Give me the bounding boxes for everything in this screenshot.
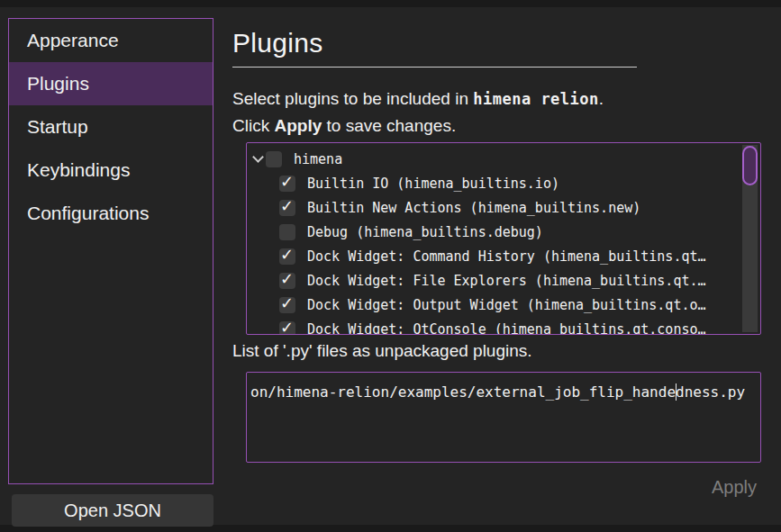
tree-item-label: Dock Widget: File Explorers (himena_buil…: [307, 273, 706, 289]
tree-item-label: Debug (himena_builtins.debug): [307, 224, 543, 240]
tree-item[interactable]: Builtin New Actions (himena_builtins.new…: [247, 195, 760, 220]
tree-item[interactable]: Dock Widget: File Explorers (himena_buil…: [247, 268, 760, 293]
tree-item[interactable]: Builtin IO (himena_builtins.io): [247, 171, 760, 195]
py-files-input[interactable]: on/himena-relion/examples/external_job_f…: [246, 372, 761, 463]
tree-item-label: himena: [294, 151, 342, 167]
tree-item-label: Dock Widget: QtConsole (himena_builtins.…: [307, 321, 706, 336]
checkbox-checked[interactable]: [279, 248, 295, 265]
tree-item-label: Dock Widget: Output Widget (himena_built…: [307, 297, 706, 313]
sidebar-item-startup[interactable]: Startup: [9, 105, 213, 149]
description-line2-suffix: to save changes.: [322, 116, 456, 135]
sidebar-item-apperance[interactable]: Apperance: [9, 19, 213, 62]
tree-item[interactable]: Debug (himena_builtins.debug): [247, 220, 760, 244]
checkbox-unchecked[interactable]: [266, 151, 282, 167]
page-title: Plugins: [232, 28, 637, 59]
checkbox-checked[interactable]: [279, 200, 295, 216]
sidebar-item-plugins[interactable]: Plugins: [9, 62, 213, 105]
description-line1-prefix: Select plugins to be included in: [232, 89, 473, 108]
app-name: himena relion: [473, 90, 599, 108]
scrollbar-track[interactable]: [742, 145, 758, 332]
tree-item-label: Builtin IO (himena_builtins.io): [307, 176, 559, 192]
sidebar-nav: ApperancePluginsStartupKeybindingsConfig…: [8, 18, 213, 484]
open-json-button[interactable]: Open JSON: [12, 494, 213, 527]
sidebar-item-keybindings[interactable]: Keybindings: [9, 149, 213, 192]
tree-item[interactable]: Dock Widget: Output Widget (himena_built…: [247, 293, 760, 317]
py-files-text-before-caret: on/himena-relion/examples/external_job_f…: [250, 383, 676, 401]
apply-button[interactable]: Apply: [708, 475, 760, 500]
window-top-edge: [0, 0, 781, 7]
tree-item-label: Dock Widget: Command History (himena_bui…: [307, 248, 706, 265]
tree-item[interactable]: Dock Widget: Command History (himena_bui…: [247, 244, 760, 268]
unpackaged-plugins-label: List of '.py' files as unpackaged plugin…: [232, 341, 532, 361]
tree-item[interactable]: himena: [247, 147, 760, 171]
checkbox-checked[interactable]: [279, 176, 295, 192]
sidebar-item-configurations[interactable]: Configurations: [9, 192, 213, 235]
plugins-description: Select plugins to be included in himena …: [232, 86, 604, 140]
checkbox-checked[interactable]: [279, 273, 295, 289]
checkbox-unchecked[interactable]: [279, 224, 295, 240]
page-title-underline: Plugins: [232, 28, 637, 68]
checkbox-checked[interactable]: [279, 321, 295, 336]
py-files-text-after-caret: dness.py: [676, 383, 745, 401]
description-line1-suffix: .: [599, 89, 604, 108]
checkbox-checked[interactable]: [279, 297, 295, 313]
scrollbar-thumb[interactable]: [742, 146, 758, 185]
chevron-down-icon[interactable]: [250, 157, 266, 161]
plugin-tree: himenaBuiltin IO (himena_builtins.io)Bui…: [246, 142, 761, 335]
tree-item[interactable]: Dock Widget: QtConsole (himena_builtins.…: [247, 317, 760, 335]
description-line2-prefix: Click: [232, 116, 274, 135]
description-apply-word: Apply: [274, 116, 322, 135]
tree-item-label: Builtin New Actions (himena_builtins.new…: [307, 200, 640, 216]
